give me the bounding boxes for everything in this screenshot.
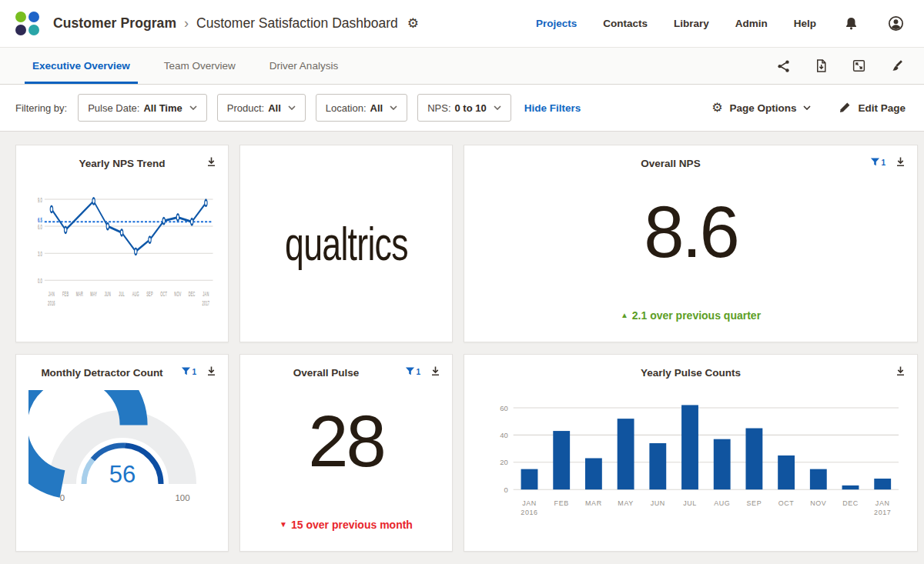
delta-down-icon: ▼ — [280, 520, 287, 529]
svg-text:9.0: 9.0 — [38, 195, 42, 205]
yearly-pulse-counts-chart: 0204060JAN2016FEBMARMAYJUNJULAUGSEPOCTNO… — [477, 389, 905, 546]
nav-contacts[interactable]: Contacts — [603, 18, 648, 29]
dashboard-board: qualtrics Overall NPS 1 8.6 ▲2.1 over pr… — [0, 132, 924, 552]
edit-page-label: Edit Page — [858, 102, 906, 114]
filter-value: All — [268, 102, 281, 114]
svg-text:0.0: 0.0 — [38, 276, 42, 285]
widget-title: Overall Pulse — [220, 367, 432, 379]
logo-dot-navy — [15, 25, 26, 35]
yearly-nps-trend-chart: 0.03.06.09.06.5JAN2016FEBMARMAYJUNJULAUG… — [28, 179, 216, 337]
filter-product[interactable]: Product: All — [217, 94, 306, 122]
svg-text:DEC: DEC — [189, 290, 196, 298]
svg-text:2016: 2016 — [521, 509, 537, 516]
filter-prefix: Product: — [227, 102, 264, 114]
logo-dot-blue — [28, 12, 39, 22]
filter-count: 1 — [192, 368, 196, 376]
dashboard-tabbar: Executive Overview Team Overview Driver … — [0, 48, 924, 85]
widget-filter-icon[interactable]: 1 — [181, 366, 196, 376]
filter-location[interactable]: Location: All — [316, 94, 407, 122]
filter-bar: Filtering by: Pulse Date: All Time Produ… — [0, 85, 924, 132]
share-icon[interactable] — [775, 57, 792, 75]
svg-text:FEB: FEB — [62, 290, 69, 298]
svg-text:JUN: JUN — [651, 499, 665, 507]
svg-text:0: 0 — [504, 486, 507, 494]
nav-admin[interactable]: Admin — [735, 18, 768, 29]
svg-text:JUL: JUL — [119, 290, 125, 298]
widget-filter-icon[interactable]: 1 — [870, 157, 886, 167]
filter-pulse-date[interactable]: Pulse Date: All Time — [78, 94, 207, 122]
monthly-detractor-widget: Monthly Detractor Count 1 560100 — [15, 354, 229, 552]
notifications-bell-icon[interactable] — [842, 15, 860, 32]
tab-executive-overview[interactable]: Executive Overview — [18, 48, 144, 84]
filter-prefix: NPS: — [427, 102, 450, 114]
gear-icon: ⚙ — [711, 102, 722, 114]
svg-text:NOV: NOV — [174, 290, 181, 298]
svg-text:2017: 2017 — [874, 509, 891, 516]
svg-text:6.5: 6.5 — [38, 215, 42, 225]
widget-title: Monthly Detractor Count — [0, 367, 208, 379]
svg-text:SEP: SEP — [146, 290, 153, 298]
account-avatar-icon[interactable] — [886, 14, 906, 33]
svg-text:AUG: AUG — [132, 290, 139, 298]
dashboard-settings-gear-icon[interactable]: ⚙ — [407, 17, 419, 30]
widget-title: Yearly NPS Trend — [16, 158, 228, 169]
yearly-nps-trend-widget: Yearly NPS Trend 0.03.06.09.06.5JAN2016F… — [15, 145, 229, 342]
qualtrics-wordmark: qualtrics — [285, 216, 408, 271]
chevron-down-icon — [288, 105, 296, 110]
delta-text: 15 over previous month — [291, 519, 413, 531]
logo-widget: qualtrics — [239, 145, 453, 342]
nav-library[interactable]: Library — [674, 18, 709, 29]
breadcrumb-program[interactable]: Customer Program — [53, 15, 176, 32]
download-icon[interactable] — [206, 156, 217, 168]
breadcrumb-separator: › — [184, 15, 189, 32]
chevron-down-icon — [803, 105, 811, 110]
svg-text:JAN: JAN — [875, 499, 890, 507]
pulse-delta: ▼15 over previous month — [240, 519, 452, 531]
qualtrics-brand-logo-icon[interactable] — [15, 12, 39, 35]
export-file-icon[interactable] — [812, 57, 830, 75]
main-nav: Projects Contacts Library Admin Help — [536, 14, 906, 33]
svg-text:MAY: MAY — [90, 290, 97, 298]
breadcrumb: Customer Program › Customer Satisfaction… — [53, 15, 419, 32]
download-icon[interactable] — [895, 156, 906, 168]
svg-text:20: 20 — [500, 458, 507, 466]
fullscreen-icon[interactable] — [850, 57, 868, 75]
nps-value: 8.6 — [644, 191, 738, 274]
page-options-label: Page Options — [729, 102, 796, 114]
svg-text:DEC: DEC — [842, 499, 859, 507]
widget-filter-icon[interactable]: 1 — [405, 366, 420, 376]
svg-text:40: 40 — [500, 431, 507, 439]
svg-text:JUL: JUL — [683, 499, 697, 507]
download-icon[interactable] — [430, 365, 441, 377]
filter-nps[interactable]: NPS: 0 to 10 — [417, 94, 511, 122]
overall-nps-widget: Overall NPS 1 8.6 ▲2.1 over previous qua… — [464, 145, 918, 342]
download-icon[interactable] — [895, 365, 906, 377]
chevron-down-icon — [189, 105, 197, 110]
page-options-button[interactable]: ⚙ Page Options — [711, 102, 811, 114]
svg-text:SEP: SEP — [747, 499, 762, 507]
widget-title: Yearly Pulse Counts — [464, 367, 917, 379]
nav-projects[interactable]: Projects — [536, 18, 577, 29]
overall-pulse-widget: Overall Pulse 1 28 ▼15 over previous mon… — [239, 354, 453, 552]
tab-driver-analysis[interactable]: Driver Analysis — [256, 48, 352, 84]
delta-up-icon: ▲ — [621, 311, 628, 319]
pencil-icon — [839, 102, 851, 114]
hide-filters-link[interactable]: Hide Filters — [524, 102, 581, 114]
svg-text:2016: 2016 — [48, 299, 55, 307]
svg-text:MAR: MAR — [76, 290, 83, 298]
svg-text:AUG: AUG — [714, 499, 730, 507]
filtering-by-label: Filtering by: — [15, 102, 67, 114]
edit-page-button[interactable]: Edit Page — [839, 102, 906, 114]
svg-text:JUN: JUN — [105, 290, 111, 298]
nps-delta: ▲2.1 over previous quarter — [464, 309, 917, 322]
app-header: Customer Program › Customer Satisfaction… — [0, 0, 924, 48]
svg-text:0: 0 — [59, 493, 64, 502]
theme-brush-icon[interactable] — [888, 57, 906, 75]
filter-count: 1 — [416, 368, 420, 376]
delta-text: 2.1 over previous quarter — [632, 309, 761, 322]
download-icon[interactable] — [206, 365, 217, 377]
nav-help[interactable]: Help — [794, 18, 816, 29]
page-title: Customer Satisfaction Dashboard — [196, 15, 398, 32]
tab-team-overview[interactable]: Team Overview — [150, 48, 249, 84]
svg-text:MAY: MAY — [618, 499, 633, 507]
